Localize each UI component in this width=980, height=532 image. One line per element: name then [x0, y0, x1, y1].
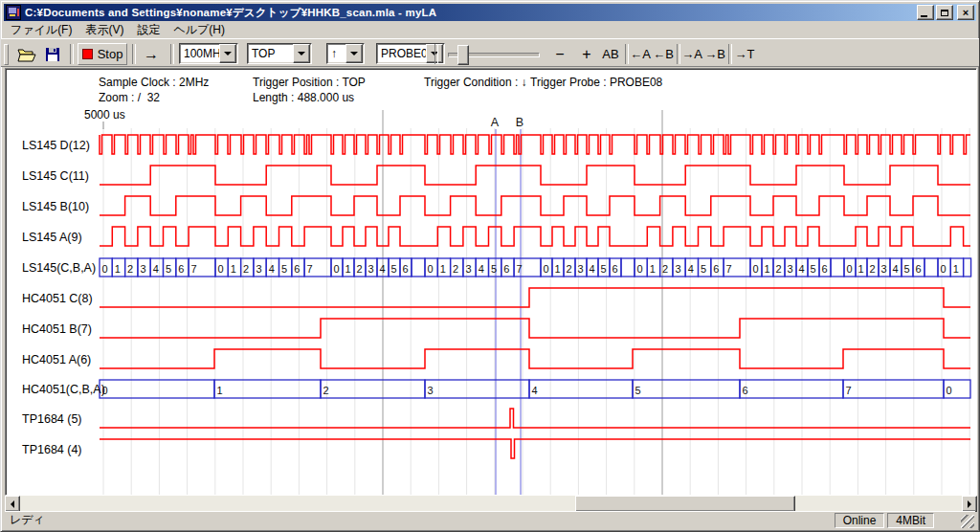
trigger-edge-combo[interactable]: ↑ [326, 43, 365, 64]
slider-handle[interactable] [457, 45, 469, 65]
ab-range-button[interactable]: AB [598, 43, 623, 65]
bus-cell [321, 380, 425, 398]
bus-cell-value: 5 [491, 263, 497, 275]
marker-label-B: B [516, 116, 523, 129]
channel-label-LS145-C(11)[interactable]: LS145 C(11) [22, 168, 89, 184]
bus-cell-value: 5 [811, 263, 816, 275]
trigger-condition-readout: Trigger Condition : ↓ [424, 76, 527, 89]
chevron-down-icon[interactable] [345, 44, 363, 63]
stop-button[interactable]: Stop [78, 43, 127, 65]
zoom-out-button[interactable]: − [548, 43, 571, 65]
channel-label-LS145-A(9)[interactable]: LS145 A(9) [22, 230, 82, 245]
chevron-down-icon[interactable] [293, 44, 310, 63]
chevron-down-icon[interactable] [219, 44, 236, 63]
horizontal-scrollbar[interactable] [5, 496, 977, 512]
bus-cell [214, 380, 321, 398]
bus-cell-value: 5 [601, 263, 607, 275]
memory-status-badge: 4MBit [887, 513, 934, 528]
channel-label-HC4051(C,B,A)[interactable]: HC4051(C,B,A) [22, 382, 105, 397]
bus-cell-value: 3 [578, 263, 584, 275]
trigger-probe-readout: Trigger Probe : PROBE08 [530, 76, 662, 89]
channel-HC4051-C(8) [100, 288, 970, 307]
save-icon [45, 47, 60, 62]
bus-cell [831, 258, 844, 277]
channel-LS145(C,B,A): 0123456701234567012345601234567012345601… [100, 258, 971, 277]
trigger-probe-value: PROBE00 [377, 47, 426, 60]
bus-cell-value: 0 [847, 263, 853, 275]
channel-label-LS145-B(10)[interactable]: LS145 B(10) [22, 199, 89, 214]
bus-cell-value: 0 [218, 263, 224, 275]
bus-cell-value: 7 [726, 263, 732, 275]
digital-trace [100, 319, 970, 338]
bus-cell [412, 258, 425, 277]
menu-settings[interactable]: 設定 [130, 22, 167, 38]
channel-label-HC4051-A(6)[interactable]: HC4051 A(6) [22, 352, 91, 367]
goto-marker-a-right-button[interactable]: →A [680, 43, 703, 65]
bus-cell-value: 1 [345, 263, 351, 275]
scroll-right-button[interactable] [962, 496, 977, 512]
open-file-button[interactable] [14, 43, 38, 65]
close-button[interactable]: × [957, 5, 974, 20]
window-title: C:¥Documents and Settings¥noname¥デスクトップ¥… [25, 6, 915, 20]
bus-cell-value: 7 [846, 385, 852, 396]
minimize-button[interactable] [917, 5, 934, 20]
minimize-icon [921, 15, 927, 17]
channel-label-LS145-D(12)[interactable]: LS145 D(12) [22, 138, 90, 153]
menu-view[interactable]: 表示(V) [78, 22, 130, 38]
bus-cell [529, 380, 633, 398]
bus-cell-value: 1 [650, 263, 656, 275]
bus-cell-value: 6 [178, 263, 184, 275]
channel-label-TP1684-(4)[interactable]: TP1684 (4) [22, 442, 82, 457]
time-scale-label: 5000 us [84, 108, 125, 122]
sample-clock-combo[interactable]: 100MHz [179, 43, 238, 64]
digital-trace [100, 409, 970, 428]
goto-marker-b-left-button[interactable]: ←B [652, 43, 675, 65]
goto-trigger-button[interactable]: →T [732, 43, 757, 65]
sample-clock-value: 100MHz [180, 47, 219, 60]
bus-cell-value: 5 [904, 263, 910, 275]
scrollbar-thumb[interactable] [575, 496, 795, 512]
channel-LS145-C(11) [100, 166, 970, 185]
maximize-icon [941, 10, 948, 16]
online-status-badge: Online [835, 513, 885, 528]
channel-HC4051(C,B,A): 012345670 [100, 380, 970, 398]
sample-clock-readout: Sample Clock : 2MHz [99, 76, 209, 89]
bus-cell-value: 5 [166, 263, 171, 275]
toolbar-separator [132, 44, 136, 64]
bus-cell-value: 1 [217, 385, 223, 396]
zoom-in-button[interactable]: + [575, 43, 598, 65]
menu-file[interactable]: ファイル(F) [4, 22, 78, 38]
title-bar: C:¥Documents and Settings¥noname¥デスクトップ¥… [4, 4, 976, 21]
save-button[interactable] [40, 43, 64, 65]
left-a-icon: ←A [630, 47, 651, 61]
zoom-readout: Zoom : / 32 [99, 91, 160, 104]
goto-marker-b-right-button[interactable]: →B [703, 43, 726, 65]
digital-trace [100, 135, 970, 154]
bus-cell-value: 6 [822, 263, 828, 275]
channel-label-HC4051-C(8)[interactable]: HC4051 C(8) [22, 291, 93, 306]
bus-cell-value: 0 [428, 263, 434, 275]
waveform-canvas[interactable]: AB01234567012345670123456012345670123456… [1, 68, 980, 496]
maximize-button[interactable] [936, 5, 953, 20]
resize-grip[interactable] [961, 515, 974, 528]
bus-cell-value: 3 [788, 263, 793, 275]
channel-label-TP1684-(5)[interactable]: TP1684 (5) [22, 411, 82, 427]
channel-label-LS145(C,B,A)[interactable]: LS145(C,B,A) [22, 260, 96, 276]
digital-trace [100, 439, 970, 458]
app-window: C:¥Documents and Settings¥noname¥デスクトップ¥… [0, 0, 980, 532]
bus-cell-value: 2 [776, 263, 782, 275]
run-button[interactable]: → [138, 43, 165, 65]
run-arrow-icon: → [144, 46, 159, 63]
scroll-left-button[interactable] [5, 496, 20, 512]
bus-cell-value: 0 [102, 263, 108, 275]
bus-cell-value: 4 [380, 263, 386, 275]
digital-trace [100, 166, 970, 185]
menu-help[interactable]: ヘルプ(H) [167, 22, 232, 38]
channel-label-HC4051-B(7)[interactable]: HC4051 B(7) [22, 321, 92, 337]
bus-cell-value: 4 [590, 263, 595, 275]
trigger-position-combo[interactable]: TOP [247, 43, 312, 64]
goto-marker-a-left-button[interactable]: ←A [629, 43, 652, 65]
zoom-slider[interactable] [448, 47, 540, 62]
bus-cell-value: 5 [281, 263, 287, 275]
bus-cell-value: 3 [465, 263, 471, 275]
